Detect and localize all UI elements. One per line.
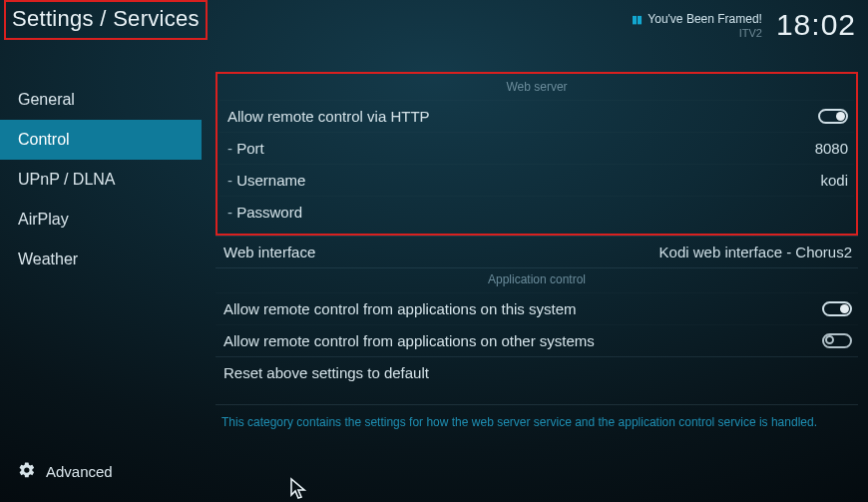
setting-port[interactable]: Port 8080	[219, 132, 854, 164]
sidebar-item-general[interactable]: General	[0, 80, 202, 120]
setting-allow-local-apps[interactable]: Allow remote control from applications o…	[216, 292, 858, 324]
highlight-breadcrumb: Settings / Services	[4, 0, 208, 40]
main-panel: Web server Allow remote control via HTTP…	[202, 58, 868, 502]
highlight-webserver-group: Web server Allow remote control via HTTP…	[216, 72, 858, 236]
setting-label: Web interface	[223, 244, 315, 260]
toggle-icon	[822, 333, 852, 348]
sidebar-item-label: General	[18, 91, 75, 108]
header-right: ▮▮ You've Been Framed! ITV2 18:02	[632, 8, 856, 42]
now-playing-channel: ITV2	[632, 27, 762, 39]
sidebar-item-label: AirPlay	[18, 211, 69, 228]
toggle-icon	[822, 301, 852, 316]
now-playing-title: You've Been Framed!	[648, 12, 762, 26]
setting-label: Allow remote control from applications o…	[223, 300, 576, 317]
section-heading-webserver: Web server	[219, 76, 854, 100]
footer-hint: This category contains the settings for …	[216, 404, 858, 439]
setting-value: 8080	[815, 140, 848, 157]
setting-label: Username	[227, 172, 305, 189]
sidebar-item-label: Control	[18, 131, 70, 148]
setting-web-interface[interactable]: Web interface Kodi web interface - Choru…	[216, 236, 858, 267]
now-playing[interactable]: ▮▮ You've Been Framed! ITV2	[632, 8, 762, 39]
sidebar-item-label: UPnP / DLNA	[18, 171, 116, 188]
breadcrumb: Settings / Services	[12, 6, 200, 32]
setting-value: kodi	[820, 172, 848, 189]
sidebar-item-weather[interactable]: Weather	[0, 240, 202, 279]
clock: 18:02	[776, 8, 856, 42]
gear-icon	[18, 461, 36, 482]
section-heading-appcontrol: Application control	[216, 267, 858, 292]
pause-icon: ▮▮	[632, 13, 642, 26]
settings-level-button[interactable]: Advanced	[0, 449, 202, 502]
setting-label: Port	[227, 140, 264, 157]
setting-allow-http[interactable]: Allow remote control via HTTP	[219, 100, 854, 132]
setting-label: Allow remote control from applications o…	[223, 332, 595, 349]
setting-label: Password	[227, 204, 302, 221]
setting-password[interactable]: Password	[219, 196, 854, 228]
sidebar-item-control[interactable]: Control	[0, 120, 202, 160]
setting-label: Allow remote control via HTTP	[227, 108, 430, 125]
toggle-icon	[818, 109, 848, 124]
settings-level-label: Advanced	[46, 463, 113, 480]
setting-allow-remote-apps[interactable]: Allow remote control from applications o…	[216, 324, 858, 356]
setting-value: Kodi web interface - Chorus2	[659, 244, 852, 260]
setting-label: Reset above settings to default	[223, 364, 429, 381]
sidebar-item-airplay[interactable]: AirPlay	[0, 200, 202, 240]
sidebar-item-upnp[interactable]: UPnP / DLNA	[0, 160, 202, 200]
sidebar-item-label: Weather	[18, 251, 78, 267]
setting-reset-defaults[interactable]: Reset above settings to default	[216, 356, 858, 388]
sidebar: General Control UPnP / DLNA AirPlay Weat…	[0, 58, 202, 502]
setting-username[interactable]: Username kodi	[219, 164, 854, 196]
